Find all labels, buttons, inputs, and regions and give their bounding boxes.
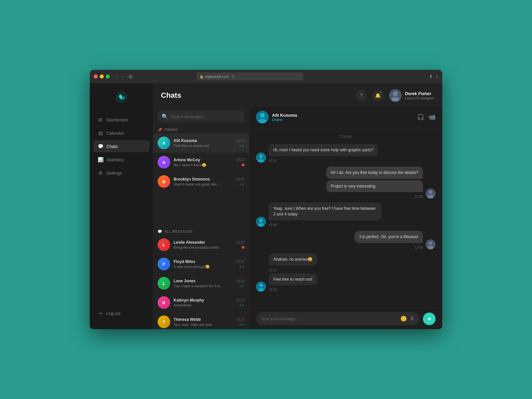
search-input[interactable] (171, 114, 240, 119)
chat-body: 🔍 📌 PINNED A (153, 106, 442, 329)
date-divider: TODAY (256, 135, 436, 139)
chat-preview-alit: Feel free to reach out! (174, 144, 209, 148)
message-time-2: 13:30 (326, 195, 423, 199)
svg-point-5 (260, 113, 265, 118)
share-button[interactable]: ⬆ (429, 74, 433, 79)
chat-time-arlene: 14:23 (236, 158, 244, 162)
read-check-kathryn: ✓✓ (239, 304, 244, 307)
sidebar-item-dashboard[interactable]: ⊞ Dashboard (93, 114, 150, 126)
sidebar-item-calendar[interactable]: ▤ Calendar (93, 127, 150, 139)
chat-item-theresa[interactable]: T Theresa Webb 14:23 Yes, sure. Sign me … (153, 312, 249, 329)
lock-icon: 🔒 (200, 75, 203, 78)
browser-actions: ⬆ + (429, 74, 438, 79)
chat-item-info-arlene: Arlene McCoy 14:23 No, I wasn't there😯 (174, 158, 244, 167)
bubble-group-6: Ahahah, no worries😄 14:23 Feel free to r… (269, 253, 317, 292)
browser-window: ‹ › ⊞ 🔒 organised.com ↻ ⬆ + (90, 70, 442, 329)
conv-user: Alit Kusuma Online (256, 111, 297, 123)
conv-actions: 🎧 📹 (417, 113, 436, 121)
traffic-lights (94, 74, 110, 78)
conv-avatar (256, 111, 269, 123)
voice-button[interactable]: 🎙 (410, 316, 415, 322)
logout-icon: ↩ (99, 311, 103, 316)
chat-time-leslie: 14:23 (236, 241, 244, 244)
reload-icon[interactable]: ↻ (231, 74, 235, 79)
message-input-wrap[interactable]: 🙂 🎙 (256, 312, 420, 325)
sidebar-item-statistics[interactable]: 📊 Statistics (93, 154, 150, 166)
chat-time-theresa: 14:23 (236, 318, 244, 322)
message-row-2: Hi! I do. Are you free today to discuss … (256, 167, 436, 199)
unread-dot-leslie (242, 246, 244, 249)
sidebar-item-settings[interactable]: ⚙ Settings (93, 167, 150, 179)
sidebar-item-chats[interactable]: 💬 Chats (93, 140, 150, 152)
svg-point-17 (429, 241, 432, 245)
read-check-alit: ✓✓ (239, 144, 244, 148)
message-input-area: 🙂 🎙 ➤ (249, 308, 442, 329)
logout-button[interactable]: ↩ Log out (94, 308, 148, 319)
svg-point-2 (393, 91, 398, 96)
minimize-button[interactable] (100, 74, 104, 78)
chat-item-brooklyn[interactable]: B Brooklyn Simmons 14:23 Glad it came ou… (153, 172, 249, 191)
chat-item-alit[interactable]: A Alit Kusuma 14:23 Feel free to reach o… (153, 133, 249, 153)
message-time-1: 13:22 (269, 159, 378, 163)
user-name: Derek Fisher (405, 91, 434, 96)
sidebar-label-settings: Settings (106, 171, 122, 176)
svg-point-11 (429, 191, 432, 194)
chat-avatar-leslie: L (158, 238, 170, 251)
browser-nav: ‹ › (115, 73, 125, 80)
svg-point-14 (259, 219, 263, 222)
url-bar[interactable]: 🔒 organised.com ↻ (197, 72, 303, 80)
bubble-group-2: Hi! I do. Are you free today to discuss … (326, 167, 423, 199)
pinned-chat-list: A Alit Kusuma 14:23 Feel free to reach o… (153, 133, 249, 227)
chat-item-leslie[interactable]: L Leslie Alexander 14:23 Bring the prese… (153, 235, 249, 254)
browser-titlebar: ‹ › ⊞ 🔒 organised.com ↻ ⬆ + (90, 70, 442, 83)
forward-button[interactable]: › (121, 73, 125, 80)
message-time-5: 13:56 (354, 246, 423, 249)
chat-name-lane: Lane Jones (174, 279, 196, 283)
search-bar: 🔍 (153, 106, 249, 126)
close-button[interactable] (94, 74, 98, 78)
msg-avatar-me-5 (426, 239, 436, 249)
read-check-theresa: ✓✓ (239, 323, 244, 327)
sidebar-label-dashboard: Dashboard (106, 117, 128, 122)
chat-avatar-floyd: F (158, 258, 170, 270)
message-time-6: 14:23 (269, 268, 317, 272)
help-button[interactable]: ? (356, 90, 367, 101)
pin-icon: 📌 (158, 128, 163, 132)
sidebar-footer: ↩ Log out (90, 304, 153, 323)
chat-item-floyd[interactable]: F Floyd Miles 14:23 It was funny though😄… (153, 254, 249, 274)
message-bubble-3: Project is very interesting (326, 180, 423, 193)
conv-user-info: Alit Kusuma Online (272, 113, 297, 122)
message-input[interactable] (261, 317, 398, 321)
dashboard-icon: ⊞ (98, 117, 103, 122)
messages-icon: 💬 (158, 229, 163, 234)
send-button[interactable]: ➤ (423, 313, 436, 325)
chat-name-floyd: Floyd Miles (174, 259, 195, 264)
chat-item-arlene[interactable]: A Arlene McCoy 14:23 No, I wasn't there😯 (153, 153, 249, 172)
new-tab-button[interactable]: + (436, 74, 438, 79)
chat-item-info-kathryn: Kathryn Murphy 14:23 AHAHAHA ✓✓ (174, 298, 244, 307)
chats-icon: 💬 (98, 144, 103, 149)
fullscreen-button[interactable] (106, 74, 110, 78)
sidebar-label-calendar: Calendar (106, 131, 124, 136)
search-icon: 🔍 (162, 113, 168, 120)
back-button[interactable]: ‹ (115, 73, 119, 80)
notifications-button[interactable]: 🔔 (372, 90, 384, 101)
chat-avatar-arlene: A (158, 156, 170, 169)
chat-preview-arlene: No, I wasn't there😯 (174, 163, 206, 167)
search-input-wrap[interactable]: 🔍 (158, 111, 244, 122)
chat-item-info-brooklyn: Brooklyn Simmons 14:23 Glad it came out … (174, 177, 244, 186)
read-check-lane: ✓✓ (239, 284, 244, 288)
chat-avatar-lane: L (158, 277, 170, 290)
layout-button[interactable]: ⊞ (129, 74, 133, 79)
messages-area: TODAY (249, 128, 442, 308)
emoji-button[interactable]: 🙂 (400, 316, 407, 322)
conversation-panel: Alit Kusuma Online 🎧 📹 TODAY (249, 106, 442, 329)
all-messages-section-label: 💬 ALL MESSAGES (153, 227, 249, 235)
chat-item-kathryn[interactable]: K Kathryn Murphy 14:23 AHAHAHA ✓✓ (153, 293, 249, 312)
all-chat-list: L Leslie Alexander 14:23 Bring the prese… (153, 235, 249, 329)
chat-item-lane[interactable]: L Lane Jones 14:23 Can I take a vacation… (153, 274, 249, 293)
video-call-button[interactable]: 📹 (428, 113, 436, 121)
chat-time-lane: 14:23 (236, 279, 244, 283)
audio-call-button[interactable]: 🎧 (417, 113, 424, 121)
msg-avatar-them-1 (256, 153, 266, 163)
